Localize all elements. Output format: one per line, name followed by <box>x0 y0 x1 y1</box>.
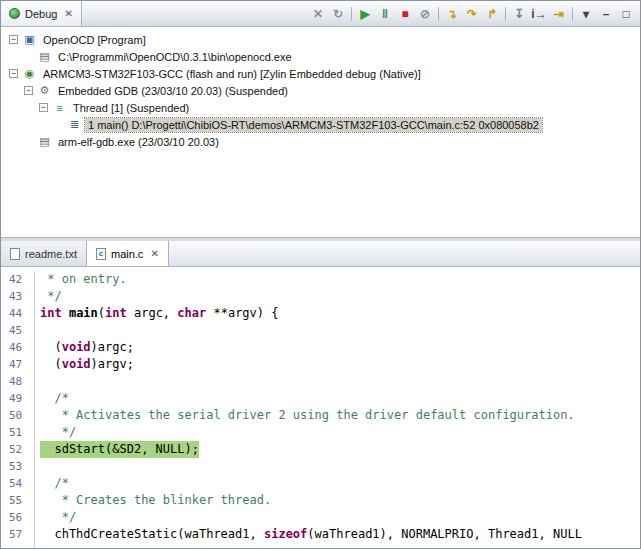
code-line[interactable]: (void)argv; <box>40 356 640 373</box>
tree-item-label: ARMCM3-STM32F103-GCC (flash and run) [Zy… <box>40 67 424 81</box>
tree-expander-icon[interactable]: − <box>39 103 48 112</box>
tree-item-label: 1 main() D:\Progetti\ChibiOS-RT\demos\AR… <box>85 118 542 132</box>
suspend-button[interactable]: ‖ <box>375 5 395 23</box>
gdb-icon: ⚙ <box>37 84 52 97</box>
code-line[interactable]: sdStart(&SD2, NULL); <box>40 441 640 458</box>
debug-view-tab-label: Debug <box>25 8 57 20</box>
process-icon: ▤ <box>37 50 52 63</box>
maximize-view-button[interactable]: □ <box>616 5 636 23</box>
code-line[interactable]: */ <box>40 424 640 441</box>
code-line[interactable]: * Creates the blinker thread. <box>40 492 640 509</box>
code-area[interactable]: * on entry. */int main(int argc, char **… <box>35 271 640 548</box>
tree-item-label: arm-elf-gdb.exe (23/03/10 20.03) <box>55 135 222 149</box>
line-number: 45 <box>1 322 34 339</box>
step-into-button[interactable]: ↴ <box>442 5 462 23</box>
disconnect-button[interactable]: ⊘ <box>415 5 435 23</box>
code-line[interactable]: */ <box>40 509 640 526</box>
stack-frame-icon: ≣ <box>67 118 82 131</box>
tree-item-label: Thread [1] (Suspended) <box>70 101 192 115</box>
relaunch-button[interactable]: ↻ <box>328 5 348 23</box>
use-step-filters-button[interactable]: ⇥ <box>549 5 569 23</box>
code-line[interactable]: (void)argc; <box>40 339 640 356</box>
code-line[interactable]: /* <box>40 475 640 492</box>
debug-tree-item[interactable]: ▤C:\Programmi\OpenOCD\0.3.1\bin\openocd.… <box>1 48 640 65</box>
editor-tab-label: main.c <box>111 248 143 260</box>
line-number: 48 <box>1 373 34 390</box>
code-line-text: */ <box>40 509 76 526</box>
tree-expander-icon[interactable]: − <box>9 35 18 44</box>
code-line[interactable] <box>40 322 640 339</box>
instruction-stepping-button[interactable]: i→ <box>529 5 549 23</box>
editor-tab-readme-txt[interactable]: readme.txt <box>1 241 87 266</box>
line-number: 49 <box>1 390 34 407</box>
code-line-text: * Creates the blinker thread. <box>40 492 271 509</box>
resume-button[interactable]: ▶ <box>355 5 375 23</box>
tree-expander-icon[interactable]: − <box>9 69 18 78</box>
debug-tree-item[interactable]: ≣1 main() D:\Progetti\ChibiOS-RT\demos\A… <box>1 116 640 133</box>
line-number: 44 <box>1 305 34 322</box>
program-icon: ▣ <box>22 33 37 46</box>
debug-tree-item[interactable]: −≡Thread [1] (Suspended) <box>1 99 640 116</box>
tree-item-label: OpenOCD [Program] <box>40 33 149 47</box>
code-line-text: /* <box>40 390 69 407</box>
debug-view-tab[interactable]: Debug ✕ <box>1 1 82 26</box>
code-wrap: 42434445464748495051525354555657 * on en… <box>1 267 640 548</box>
editor-tab-main-c[interactable]: cmain.c✕ <box>87 241 169 266</box>
drop-to-frame-button[interactable]: ↧ <box>509 5 529 23</box>
line-number: 53 <box>1 458 34 475</box>
code-line-text: chThdCreateStatic(waThread1, sizeof(waTh… <box>40 526 582 543</box>
code-line-text: (void)argv; <box>40 356 134 373</box>
process-icon: ▤ <box>37 135 52 148</box>
code-line-text: /* <box>40 475 69 492</box>
line-number: 52 <box>1 441 34 458</box>
code-line[interactable]: /* <box>40 390 640 407</box>
line-number: 51 <box>1 424 34 441</box>
step-return-button[interactable]: ↱ <box>482 5 502 23</box>
line-number: 42 <box>1 271 34 288</box>
code-line[interactable]: chThdCreateStatic(waThread1, sizeof(waTh… <box>40 526 640 543</box>
current-debug-line: sdStart(&SD2, NULL); <box>40 441 199 458</box>
debug-target-icon: ◉ <box>22 67 37 80</box>
code-line-text: * Activates the serial driver 2 using th… <box>40 407 575 424</box>
terminate-button[interactable]: ■ <box>395 5 415 23</box>
toolbar-separator <box>438 7 439 21</box>
editor-area: readme.txtcmain.c✕ 424344454647484950515… <box>1 241 640 548</box>
line-number: 47 <box>1 356 34 373</box>
editor-tab-label: readme.txt <box>25 248 77 260</box>
view-menu-button[interactable]: ▾ <box>576 5 596 23</box>
debug-bug-icon <box>9 8 20 19</box>
code-line[interactable] <box>40 458 640 475</box>
debug-tree-item[interactable]: −◉ARMCM3-STM32F103-GCC (flash and run) [… <box>1 65 640 82</box>
code-line[interactable]: int main(int argc, char **argv) { <box>40 305 640 322</box>
line-number: 55 <box>1 492 34 509</box>
debug-tree-item[interactable]: −▣OpenOCD [Program] <box>1 31 640 48</box>
line-number: 43 <box>1 288 34 305</box>
code-line[interactable] <box>40 373 640 390</box>
step-over-button[interactable]: ↷ <box>462 5 482 23</box>
line-number: 46 <box>1 339 34 356</box>
debug-tree-item[interactable]: −⚙Embedded GDB (23/03/10 20.03) (Suspend… <box>1 82 640 99</box>
code-line-text: * on entry. <box>40 271 127 288</box>
line-number: 56 <box>1 509 34 526</box>
line-number: 50 <box>1 407 34 424</box>
code-line[interactable]: * on entry. <box>40 271 640 288</box>
close-tab-icon[interactable]: ✕ <box>150 248 158 259</box>
code-line-text: */ <box>40 288 62 305</box>
code-line[interactable]: */ <box>40 288 640 305</box>
tree-item-label: Embedded GDB (23/03/10 20.03) (Suspended… <box>55 84 291 98</box>
line-number-gutter[interactable]: 42434445464748495051525354555657 <box>1 271 35 548</box>
close-view-icon[interactable]: ✕ <box>64 8 72 19</box>
debug-tree: −▣OpenOCD [Program]▤C:\Programmi\OpenOCD… <box>1 27 640 150</box>
eclipse-debug-perspective: { "colors": { "keyword": "#7f0055", "com… <box>0 0 641 549</box>
code-line[interactable]: * Activates the serial driver 2 using th… <box>40 407 640 424</box>
tree-item-label: C:\Programmi\OpenOCD\0.3.1\bin\openocd.e… <box>55 50 295 64</box>
remove-all-terminated-button[interactable]: ✕ <box>308 5 328 23</box>
debug-view: Debug ✕ ✕↻▶‖■⊘↴↷↱↧i→⇥▾–□ −▣OpenOCD [Prog… <box>1 1 640 237</box>
code-line-text: (void)argc; <box>40 339 134 356</box>
debug-view-toolbar: ✕↻▶‖■⊘↴↷↱↧i→⇥▾–□ <box>308 1 640 26</box>
debug-view-titlebar: Debug ✕ ✕↻▶‖■⊘↴↷↱↧i→⇥▾–□ <box>1 1 640 27</box>
tree-expander-icon[interactable]: − <box>24 86 33 95</box>
editor-tabbar: readme.txtcmain.c✕ <box>1 241 640 267</box>
minimize-view-button[interactable]: – <box>596 5 616 23</box>
debug-tree-item[interactable]: ▤arm-elf-gdb.exe (23/03/10 20.03) <box>1 133 640 150</box>
